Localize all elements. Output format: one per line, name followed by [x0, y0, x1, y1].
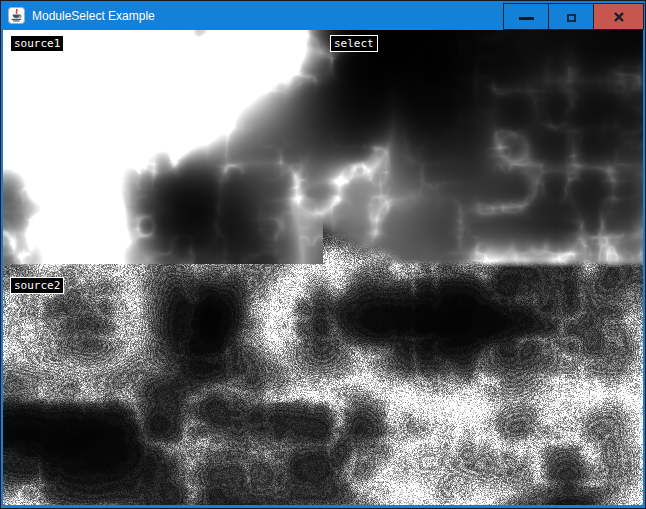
- close-button[interactable]: [593, 3, 644, 30]
- close-icon: [613, 11, 625, 23]
- label-select: select: [330, 35, 378, 52]
- maximize-button[interactable]: [548, 3, 594, 30]
- titlebar[interactable]: ModuleSelect Example: [1, 1, 645, 30]
- minimize-icon: [519, 17, 534, 20]
- window-title: ModuleSelect Example: [32, 9, 155, 23]
- label-source2: source2: [10, 277, 64, 294]
- maximize-icon: [567, 14, 576, 22]
- window-controls: [503, 3, 644, 30]
- label-source1: source1: [10, 35, 64, 52]
- java-coffee-cup-icon[interactable]: [8, 7, 25, 24]
- render-area: source1 select source2: [3, 30, 643, 505]
- app-window: ModuleSelect Example source1 select sour…: [0, 0, 646, 509]
- source1-preview-canvas: [3, 30, 323, 264]
- minimize-button[interactable]: [503, 3, 549, 30]
- source2-preview-canvas: [3, 271, 323, 505]
